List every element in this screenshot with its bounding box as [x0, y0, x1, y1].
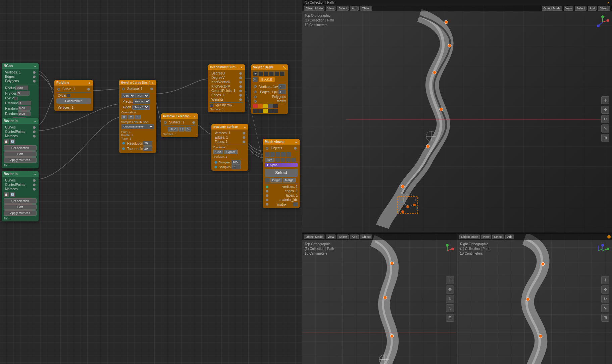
vbl-tool-grid[interactable]: ⊞ — [446, 314, 454, 322]
vd-edges-input[interactable] — [278, 90, 286, 94]
vd-vertices-in-socket[interactable] — [254, 85, 257, 88]
polyline-cyclic-cb[interactable] — [67, 94, 70, 97]
vbl-tool-rotate[interactable]: ↻ — [446, 295, 454, 303]
eval-grid-btn[interactable]: Grid — [213, 150, 223, 154]
vd-icon5[interactable] — [280, 71, 285, 76]
mv-icon1[interactable] — [265, 152, 269, 157]
sort-btn-bottom[interactable]: Sort — [4, 204, 37, 210]
bevel-taper-socket[interactable] — [122, 147, 125, 150]
bezier-bot-icon1[interactable]: 📋 — [4, 192, 9, 197]
eval-faces-socket[interactable] — [243, 141, 245, 143]
mv-live-icon3[interactable] — [286, 158, 291, 162]
remove-surface-in-socket[interactable] — [164, 121, 167, 124]
decon-cp-socket[interactable] — [239, 90, 242, 92]
input-radius[interactable] — [15, 86, 28, 90]
node-evaluate-header[interactable]: Evaluate Surface ▲ — [211, 124, 248, 129]
mv-live-icon2[interactable] — [280, 158, 285, 162]
mv-live-icon1[interactable] — [275, 158, 280, 162]
vd-matrix-in-socket[interactable] — [254, 100, 257, 103]
bevel-surface-in-socket[interactable] — [122, 88, 125, 90]
orient-z-btn[interactable]: Z — [135, 115, 141, 119]
input-nsides[interactable] — [17, 91, 30, 96]
vm-select-btn2[interactable]: Select — [575, 6, 586, 11]
mv-origin-icon[interactable] — [265, 178, 269, 183]
eval-explicit-btn[interactable]: Explicit — [224, 150, 238, 154]
viewport-main-object-btn[interactable]: Object — [360, 6, 372, 11]
bezier-bot-icon2[interactable]: 🔄 — [10, 192, 15, 197]
input-random2[interactable] — [18, 111, 31, 116]
decon-weights-socket[interactable] — [239, 98, 242, 101]
eval-samples1-input[interactable] — [231, 160, 241, 165]
vm-mode-btn2[interactable]: Object Mode — [542, 6, 562, 11]
bezier-top-curves-socket[interactable] — [33, 126, 36, 129]
vbr-tool-rotate[interactable]: ↻ — [601, 295, 609, 303]
mv-icon3[interactable] — [275, 152, 280, 157]
vbl-mode-btn[interactable]: Object Mode — [304, 235, 324, 239]
vd-vertices-input[interactable] — [278, 84, 286, 89]
vbr-select-btn[interactable]: Select — [492, 235, 504, 239]
mv-vert-in-socket[interactable] — [266, 186, 268, 188]
mv-select-btn[interactable]: Select — [265, 169, 298, 177]
node-bezier-in-top-header[interactable]: Bezier In ▲ — [2, 118, 39, 124]
checkbox-cyclic[interactable] — [14, 97, 17, 100]
bevel-nurbs-select[interactable]: NURBS — [135, 93, 149, 98]
node-bezier-in-bottom-header[interactable]: Bezier In ▲ — [2, 171, 39, 177]
socket-polygons-out[interactable] — [33, 80, 36, 83]
vbr-view-btn[interactable]: View — [481, 235, 491, 239]
vbr-mode-btn[interactable]: Object Mode — [459, 235, 480, 239]
input-random1[interactable] — [18, 106, 31, 111]
viewport-main-view-btn[interactable]: View — [326, 6, 336, 11]
socket-vertices-out[interactable] — [33, 71, 36, 74]
bevel-algort-select[interactable]: Track Nor... — [132, 105, 150, 110]
bezier-top-icon2[interactable]: 🔄 — [10, 139, 15, 144]
mv-edges-out-socket[interactable] — [266, 190, 268, 193]
mv-icon2[interactable] — [270, 152, 275, 157]
bevel-precis-select[interactable]: Refine — [133, 99, 150, 104]
vd-color-red[interactable] — [253, 104, 258, 108]
vbr-tool-move[interactable]: ✥ — [601, 285, 609, 294]
vbl-tool-move[interactable]: ✥ — [446, 285, 454, 294]
tool-rotate[interactable]: ↻ — [601, 115, 609, 123]
mv-icon4[interactable] — [281, 152, 286, 157]
eval-vertices-socket[interactable] — [243, 132, 245, 135]
vbl-object-btn[interactable]: Object — [360, 235, 372, 239]
vbl-tool-cursor[interactable]: ✛ — [446, 276, 454, 284]
orient-x-btn[interactable]: X — [121, 115, 127, 119]
mv-live-btn[interactable]: Live — [265, 158, 274, 162]
bake-btn[interactable]: B.A.K.E — [259, 77, 275, 82]
bevel-res-socket[interactable] — [122, 142, 125, 145]
bezier-top-icon1[interactable]: 📋 — [4, 139, 9, 144]
node-bevel-header[interactable]: Bevel a Curve (Su...) ▲ — [119, 80, 156, 85]
vbr-tool-cursor[interactable]: ✛ — [601, 276, 609, 284]
vd-triangle-icon[interactable]: ▷ — [253, 77, 258, 82]
tool-cursor[interactable]: ✛ — [601, 96, 609, 104]
vd-icon-row2-1[interactable] — [253, 109, 258, 113]
bevel-surface-out-socket[interactable] — [150, 88, 153, 90]
vd-color-yellow[interactable] — [263, 104, 268, 108]
mv-merge-btn[interactable]: Merge — [283, 178, 296, 183]
polyline-curve-out-socket[interactable] — [87, 88, 90, 91]
vd-icon-row2-3[interactable] — [268, 109, 273, 113]
mv-origin-btn[interactable]: Origin — [270, 178, 282, 183]
polyline-concat-btn[interactable]: Concatenate — [56, 98, 91, 104]
mv-matrix-out-socket[interactable] — [266, 203, 268, 206]
vd-color-dark[interactable] — [273, 104, 278, 108]
tool-grid[interactable]: ⊞ — [601, 134, 609, 142]
mv-faces-out-socket[interactable] — [266, 194, 268, 197]
vbl-tool-scale[interactable]: ⤡ — [446, 304, 454, 312]
bevel-taper-refin-input[interactable] — [143, 146, 152, 151]
vd-color-orange[interactable] — [258, 104, 263, 108]
decon-kvtu-socket[interactable] — [239, 81, 242, 84]
vbr-tool-scale[interactable]: ⤡ — [601, 304, 609, 312]
remove-surface-out-socket[interactable] — [192, 121, 195, 124]
node-deconstruct-header[interactable]: Deconstruct Surf... ▲ — [208, 64, 245, 70]
node-mesh-viewer-header[interactable]: Mesh viewer ▲ — [263, 139, 300, 145]
vd-icon-row2-2[interactable] — [258, 109, 263, 113]
tool-scale[interactable]: ⤡ — [601, 124, 609, 133]
node-ngon-header[interactable]: NGon ▲ — [2, 63, 39, 69]
tool-move[interactable]: ✥ — [601, 106, 609, 114]
vd-icon-eye[interactable]: 👁 — [253, 71, 258, 76]
mv-objects-out-socket[interactable] — [294, 147, 297, 150]
vbr-tool-grid[interactable]: ⊞ — [601, 314, 609, 322]
input-divisions[interactable] — [18, 101, 31, 105]
